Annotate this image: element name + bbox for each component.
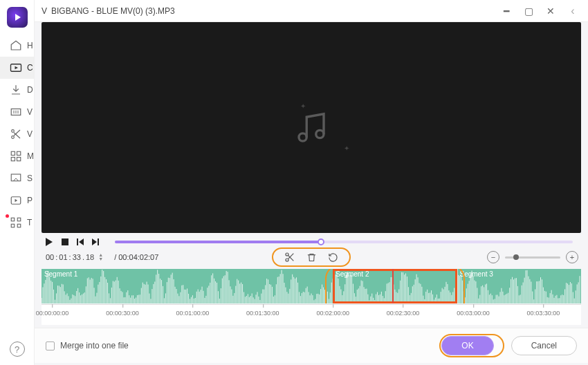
zoom-slider[interactable] — [505, 256, 560, 259]
svg-marker-14 — [15, 199, 18, 203]
merge-icon — [10, 150, 22, 162]
home-icon — [10, 39, 22, 52]
svg-marker-2 — [15, 66, 19, 70]
svg-rect-22 — [62, 238, 68, 245]
svg-rect-16 — [17, 218, 21, 221]
segment-label: Segment 2 — [336, 270, 369, 278]
total-duration: / 00:04:02:07 — [114, 253, 158, 261]
minimize-button[interactable]: ━ — [497, 3, 516, 19]
segment-label: Segment 1 — [44, 270, 77, 278]
timecode-input[interactable]: 00 : 01 : 33 . 18 ▲▼ — [44, 252, 103, 262]
svg-rect-10 — [11, 158, 15, 161]
svg-rect-18 — [17, 224, 21, 227]
merge-checkbox[interactable] — [46, 341, 55, 350]
timeline[interactable]: Segment 1Segment 2Segment 3 00:00:00:000… — [42, 269, 581, 325]
apps-icon — [10, 216, 22, 229]
svg-line-7 — [14, 133, 20, 138]
ruler-tick: 00:03:30:00 — [527, 305, 560, 317]
waveform[interactable]: Segment 1Segment 2Segment 3 — [42, 269, 581, 303]
title-prefix: V — [42, 6, 47, 16]
screen-icon — [10, 172, 22, 185]
svg-rect-9 — [17, 151, 21, 155]
sidebar-item-merge[interactable]: M — [0, 145, 34, 167]
zoom-in-button[interactable]: + — [566, 251, 578, 263]
zoom-out-button[interactable]: − — [487, 251, 499, 263]
svg-marker-0 — [15, 14, 21, 21]
music-note-icon — [293, 109, 330, 147]
ruler-tick: 00:03:00:00 — [457, 305, 490, 317]
ok-button-highlight: OK — [439, 334, 504, 357]
svg-rect-11 — [17, 158, 21, 161]
ruler-tick: 00:00:00:00 — [36, 305, 69, 317]
svg-point-19 — [299, 133, 306, 140]
segment-label: Segment 3 — [460, 270, 493, 278]
svg-point-5 — [12, 136, 15, 139]
time-ruler: 00:00:00:0000:00:30:0000:01:00:0000:01:3… — [42, 304, 581, 325]
svg-point-4 — [12, 130, 15, 133]
compressor-icon — [10, 106, 22, 118]
panel-collapse-button[interactable]: ‹ — [563, 3, 582, 19]
sidebar-item-video[interactable]: C — [0, 57, 34, 79]
svg-point-28 — [286, 259, 288, 261]
sidebar-item-play-rect[interactable]: P — [0, 189, 34, 212]
play-rect-icon — [10, 194, 22, 207]
svg-point-20 — [316, 130, 324, 138]
sidebar-item-screen[interactable]: S — [0, 167, 34, 189]
playhead[interactable] — [392, 269, 394, 303]
stop-button[interactable] — [61, 238, 69, 246]
sidebar-item-compressor[interactable]: V — [0, 101, 34, 123]
svg-marker-25 — [92, 238, 97, 245]
edit-tools-highlight — [272, 247, 351, 267]
download-icon — [10, 84, 22, 96]
svg-rect-12 — [11, 174, 21, 181]
sidebar: HCDVVMSPT ? — [0, 0, 35, 365]
ruler-tick: 00:02:00:00 — [316, 305, 349, 317]
preview-area: ✦ ✦ — [42, 22, 581, 233]
window-title: BIGBANG - BLUE MV(0) (3).MP3 — [51, 6, 497, 16]
timecode-stepper[interactable]: ▲▼ — [98, 253, 103, 261]
svg-rect-17 — [11, 224, 15, 227]
svg-marker-21 — [46, 238, 53, 246]
ruler-tick: 00:01:30:00 — [246, 305, 279, 317]
maximize-button[interactable]: ▢ — [519, 3, 538, 19]
ok-button[interactable]: OK — [441, 336, 493, 355]
title-bar: V BIGBANG - BLUE MV(0) (3).MP3 ━ ▢ ✕ ‹ — [35, 0, 588, 22]
scissors-icon — [10, 128, 22, 140]
ruler-tick: 00:00:30:00 — [106, 305, 139, 317]
sidebar-item-apps[interactable]: T — [0, 212, 34, 234]
sidebar-item-download[interactable]: D — [0, 79, 34, 101]
close-button[interactable]: ✕ — [541, 3, 560, 19]
delete-button[interactable] — [306, 252, 317, 263]
app-logo — [7, 7, 28, 28]
sidebar-item-scissors[interactable]: V — [0, 123, 34, 145]
cancel-button[interactable]: Cancel — [511, 336, 577, 355]
svg-point-27 — [286, 253, 288, 256]
merge-label: Merge into one file — [60, 341, 129, 350]
prev-frame-button[interactable] — [76, 238, 84, 246]
help-button[interactable]: ? — [10, 341, 25, 357]
ruler-tick: 00:02:30:00 — [387, 305, 420, 317]
play-button[interactable] — [44, 237, 54, 247]
next-frame-button[interactable] — [91, 238, 100, 246]
sidebar-item-home[interactable]: H — [0, 35, 34, 57]
svg-rect-23 — [77, 238, 78, 245]
reset-button[interactable] — [328, 252, 338, 263]
svg-line-6 — [14, 130, 20, 135]
ruler-tick: 00:01:00:00 — [176, 305, 210, 317]
cut-button[interactable] — [284, 252, 295, 263]
progress-slider[interactable] — [115, 241, 573, 243]
svg-rect-15 — [11, 218, 15, 221]
video-icon — [10, 62, 22, 74]
svg-marker-24 — [79, 238, 84, 245]
svg-rect-26 — [98, 238, 99, 245]
svg-rect-8 — [11, 151, 15, 155]
